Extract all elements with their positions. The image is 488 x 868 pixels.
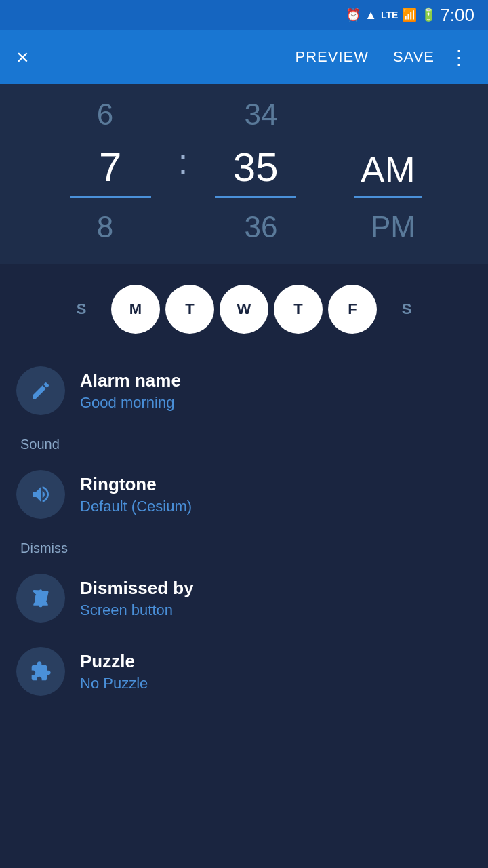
minute-col-current[interactable]: 35	[188, 138, 323, 201]
dismissed-by-text: Dismissed by Screen button	[80, 578, 194, 619]
alarm-name-icon-wrap	[16, 366, 65, 415]
puzzle-icon	[30, 660, 52, 682]
day-saturday[interactable]: S	[382, 285, 431, 334]
alarm-name-subtitle: Good morning	[80, 394, 181, 412]
time-row-below: 8 36 PM	[0, 203, 488, 251]
ringtone-subtitle: Default (Cesium)	[80, 498, 192, 515]
lte-icon: LTE	[381, 9, 398, 20]
alarm-name-text: Alarm name Good morning	[80, 370, 181, 412]
minute-current: 35	[233, 138, 279, 196]
top-bar: × PREVIEW SAVE ⋮	[0, 30, 488, 84]
ampm-col-current[interactable]: AM	[323, 143, 445, 201]
hour-underline	[70, 196, 151, 198]
dismiss-section-label: Dismiss	[0, 531, 488, 561]
settings-list: Alarm name Good morning Sound Ringtone D…	[0, 347, 488, 715]
pencil-icon	[30, 380, 52, 401]
alarm-status-icon: ⏰	[346, 7, 361, 22]
battery-icon: 🔋	[421, 7, 436, 22]
time-colon: :	[178, 141, 188, 191]
dismissed-by-item[interactable]: Dismissed by Screen button	[0, 561, 488, 635]
minute-below: 36	[245, 203, 278, 251]
puzzle-text: Puzzle No Puzzle	[80, 651, 148, 692]
day-friday[interactable]: F	[328, 285, 377, 334]
minute-col-above: 34	[193, 91, 329, 138]
dismissed-by-subtitle: Screen button	[80, 601, 194, 619]
volume-icon	[30, 484, 52, 505]
hour-current: 7	[99, 138, 121, 196]
wifi-icon: ▲	[365, 8, 377, 22]
hour-above: 6	[97, 91, 113, 138]
ringtone-item[interactable]: Ringtone Default (Cesium)	[0, 458, 488, 531]
save-button[interactable]: SAVE	[381, 48, 447, 66]
ampm-col-below: PM	[329, 203, 451, 251]
puzzle-subtitle: No Puzzle	[80, 675, 148, 692]
ringtone-title: Ringtone	[80, 474, 192, 495]
hour-col-current[interactable]: 7	[43, 138, 178, 201]
time-row-above: 6 34	[0, 91, 488, 138]
dismissed-by-icon-wrap	[16, 574, 65, 623]
status-bar: ⏰ ▲ LTE 📶 🔋 7:00	[0, 0, 488, 30]
status-icons: ⏰ ▲ LTE 📶 🔋 7:00	[346, 5, 474, 26]
preview-button[interactable]: PREVIEW	[283, 48, 380, 66]
minute-underline	[215, 196, 296, 198]
sound-section-label: Sound	[0, 427, 488, 458]
ringtone-text: Ringtone Default (Cesium)	[80, 474, 192, 515]
alarm-name-title: Alarm name	[80, 370, 181, 391]
hour-col-above: 6	[37, 91, 173, 138]
days-row: S M T W T F S	[0, 264, 488, 347]
hour-col-below: 8	[37, 203, 173, 251]
minute-col-below: 36	[193, 203, 329, 251]
ampm-current: AM	[361, 143, 415, 196]
ampm-underline	[354, 196, 422, 198]
day-sunday[interactable]: S	[57, 285, 106, 334]
hour-below: 8	[97, 203, 113, 251]
minute-above: 34	[245, 91, 278, 138]
ampm-below: PM	[371, 203, 415, 251]
day-wednesday[interactable]: W	[220, 285, 268, 334]
ringtone-icon-wrap	[16, 470, 65, 519]
time-row-current: 7 : 35 AM	[0, 138, 488, 201]
close-button[interactable]: ×	[16, 45, 29, 70]
puzzle-icon-wrap	[16, 647, 65, 696]
alarm-off-icon	[30, 587, 52, 609]
time-picker: 6 34 7 : 35 AM 8 36	[0, 84, 488, 264]
status-time: 7:00	[440, 5, 474, 26]
more-options-button[interactable]: ⋮	[447, 46, 472, 68]
day-thursday[interactable]: T	[274, 285, 323, 334]
ampm-col-above	[329, 108, 451, 121]
day-tuesday[interactable]: T	[165, 285, 214, 334]
puzzle-item[interactable]: Puzzle No Puzzle	[0, 635, 488, 708]
alarm-name-item[interactable]: Alarm name Good morning	[0, 354, 488, 427]
day-monday[interactable]: M	[111, 285, 160, 334]
puzzle-title: Puzzle	[80, 651, 148, 672]
dismissed-by-title: Dismissed by	[80, 578, 194, 599]
signal-icon: 📶	[402, 7, 417, 22]
